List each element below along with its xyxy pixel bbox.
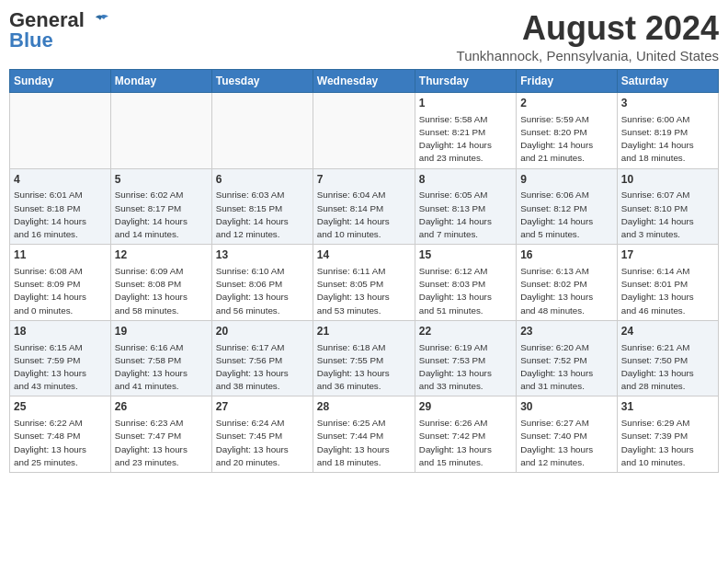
day-number: 14 <box>317 247 411 263</box>
calendar-cell: 7Sunrise: 6:04 AM Sunset: 8:14 PM Daylig… <box>313 168 415 245</box>
header-thursday: Thursday <box>415 70 516 93</box>
calendar-cell: 31Sunrise: 6:29 AM Sunset: 7:39 PM Dayli… <box>617 396 718 473</box>
calendar-cell: 29Sunrise: 6:26 AM Sunset: 7:42 PM Dayli… <box>415 396 516 473</box>
calendar-week-3: 11Sunrise: 6:08 AM Sunset: 8:09 PM Dayli… <box>10 245 719 321</box>
calendar-cell: 15Sunrise: 6:12 AM Sunset: 8:03 PM Dayli… <box>415 245 516 321</box>
calendar-cell <box>313 93 415 169</box>
day-info: Sunrise: 6:14 AM Sunset: 8:01 PM Dayligh… <box>621 265 714 317</box>
calendar-week-1: 1Sunrise: 5:58 AM Sunset: 8:21 PM Daylig… <box>10 93 719 169</box>
calendar-cell: 19Sunrise: 6:16 AM Sunset: 7:58 PM Dayli… <box>110 320 211 396</box>
day-info: Sunrise: 6:29 AM Sunset: 7:39 PM Dayligh… <box>621 417 714 469</box>
day-number: 4 <box>14 172 107 188</box>
calendar-cell: 14Sunrise: 6:11 AM Sunset: 8:05 PM Dayli… <box>313 245 415 321</box>
day-number: 16 <box>520 247 613 263</box>
calendar-cell: 17Sunrise: 6:14 AM Sunset: 8:01 PM Dayli… <box>617 245 718 321</box>
day-number: 6 <box>216 172 309 188</box>
day-info: Sunrise: 6:02 AM Sunset: 8:17 PM Dayligh… <box>115 189 208 241</box>
header-friday: Friday <box>517 70 618 93</box>
calendar-cell: 20Sunrise: 6:17 AM Sunset: 7:56 PM Dayli… <box>211 320 313 396</box>
calendar-cell: 24Sunrise: 6:21 AM Sunset: 7:50 PM Dayli… <box>617 320 718 396</box>
day-number: 9 <box>520 172 613 188</box>
day-info: Sunrise: 6:21 AM Sunset: 7:50 PM Dayligh… <box>621 341 714 394</box>
day-number: 21 <box>317 324 411 339</box>
calendar-cell: 25Sunrise: 6:22 AM Sunset: 7:48 PM Dayli… <box>10 396 111 473</box>
header-tuesday: Tuesday <box>211 70 313 93</box>
header-saturday: Saturday <box>617 70 718 93</box>
day-info: Sunrise: 6:05 AM Sunset: 8:13 PM Dayligh… <box>419 189 512 241</box>
day-number: 5 <box>115 172 208 188</box>
calendar-cell: 28Sunrise: 6:25 AM Sunset: 7:44 PM Dayli… <box>313 396 415 473</box>
day-number: 17 <box>621 247 714 263</box>
day-number: 19 <box>115 324 208 339</box>
day-number: 29 <box>419 399 512 415</box>
calendar-cell: 9Sunrise: 6:06 AM Sunset: 8:12 PM Daylig… <box>517 168 618 245</box>
day-number: 2 <box>520 96 613 111</box>
day-number: 26 <box>115 399 208 415</box>
calendar-cell: 30Sunrise: 6:27 AM Sunset: 7:40 PM Dayli… <box>517 396 618 473</box>
logo-blue: Blue <box>9 29 53 52</box>
day-info: Sunrise: 6:19 AM Sunset: 7:53 PM Dayligh… <box>419 341 512 394</box>
calendar-cell: 27Sunrise: 6:24 AM Sunset: 7:45 PM Dayli… <box>211 396 313 473</box>
day-info: Sunrise: 6:10 AM Sunset: 8:06 PM Dayligh… <box>216 265 309 317</box>
day-info: Sunrise: 6:25 AM Sunset: 7:44 PM Dayligh… <box>317 417 411 469</box>
calendar-cell: 6Sunrise: 6:03 AM Sunset: 8:15 PM Daylig… <box>211 168 313 245</box>
calendar-cell: 5Sunrise: 6:02 AM Sunset: 8:17 PM Daylig… <box>110 168 211 245</box>
day-info: Sunrise: 6:07 AM Sunset: 8:10 PM Dayligh… <box>621 189 714 241</box>
day-number: 25 <box>14 399 107 415</box>
calendar-cell: 22Sunrise: 6:19 AM Sunset: 7:53 PM Dayli… <box>415 320 516 396</box>
day-number: 24 <box>621 324 714 339</box>
day-info: Sunrise: 6:00 AM Sunset: 8:19 PM Dayligh… <box>621 113 714 166</box>
logo-bird-icon <box>92 14 110 29</box>
day-info: Sunrise: 6:20 AM Sunset: 7:52 PM Dayligh… <box>520 341 613 394</box>
calendar-header-row: SundayMondayTuesdayWednesdayThursdayFrid… <box>10 70 719 93</box>
header-sunday: Sunday <box>10 70 111 93</box>
day-number: 20 <box>216 324 309 339</box>
day-info: Sunrise: 6:13 AM Sunset: 8:02 PM Dayligh… <box>520 265 613 317</box>
day-info: Sunrise: 6:04 AM Sunset: 8:14 PM Dayligh… <box>317 189 411 241</box>
calendar-cell <box>10 93 111 169</box>
calendar-cell: 2Sunrise: 5:59 AM Sunset: 8:20 PM Daylig… <box>517 93 618 169</box>
day-info: Sunrise: 6:17 AM Sunset: 7:56 PM Dayligh… <box>216 341 309 394</box>
day-info: Sunrise: 6:09 AM Sunset: 8:08 PM Dayligh… <box>115 265 208 317</box>
title-block: August 2024 Tunkhannock, Pennsylvania, U… <box>457 9 719 63</box>
day-number: 28 <box>317 399 411 415</box>
day-number: 11 <box>14 247 107 263</box>
day-info: Sunrise: 6:12 AM Sunset: 8:03 PM Dayligh… <box>419 265 512 317</box>
day-number: 22 <box>419 324 512 339</box>
day-number: 31 <box>621 399 714 415</box>
day-number: 18 <box>14 324 107 339</box>
calendar-cell <box>211 93 313 169</box>
day-number: 1 <box>419 96 512 111</box>
day-number: 13 <box>216 247 309 263</box>
calendar-cell: 13Sunrise: 6:10 AM Sunset: 8:06 PM Dayli… <box>211 245 313 321</box>
day-number: 30 <box>520 399 613 415</box>
day-info: Sunrise: 6:27 AM Sunset: 7:40 PM Dayligh… <box>520 417 613 469</box>
day-number: 3 <box>621 96 714 111</box>
calendar-cell: 16Sunrise: 6:13 AM Sunset: 8:02 PM Dayli… <box>517 245 618 321</box>
day-info: Sunrise: 6:15 AM Sunset: 7:59 PM Dayligh… <box>14 341 107 394</box>
logo: General Blue <box>9 9 110 52</box>
calendar-cell: 8Sunrise: 6:05 AM Sunset: 8:13 PM Daylig… <box>415 168 516 245</box>
calendar-cell: 4Sunrise: 6:01 AM Sunset: 8:18 PM Daylig… <box>10 168 111 245</box>
day-info: Sunrise: 6:01 AM Sunset: 8:18 PM Dayligh… <box>14 189 107 241</box>
day-number: 23 <box>520 324 613 339</box>
calendar-cell: 11Sunrise: 6:08 AM Sunset: 8:09 PM Dayli… <box>10 245 111 321</box>
calendar-cell <box>110 93 211 169</box>
calendar-cell: 18Sunrise: 6:15 AM Sunset: 7:59 PM Dayli… <box>10 320 111 396</box>
header-wednesday: Wednesday <box>313 70 415 93</box>
day-info: Sunrise: 5:59 AM Sunset: 8:20 PM Dayligh… <box>520 113 613 166</box>
day-info: Sunrise: 6:24 AM Sunset: 7:45 PM Dayligh… <box>216 417 309 469</box>
calendar-cell: 21Sunrise: 6:18 AM Sunset: 7:55 PM Dayli… <box>313 320 415 396</box>
day-number: 12 <box>115 247 208 263</box>
calendar-cell: 1Sunrise: 5:58 AM Sunset: 8:21 PM Daylig… <box>415 93 516 169</box>
day-info: Sunrise: 6:06 AM Sunset: 8:12 PM Dayligh… <box>520 189 613 241</box>
calendar-cell: 12Sunrise: 6:09 AM Sunset: 8:08 PM Dayli… <box>110 245 211 321</box>
calendar-cell: 3Sunrise: 6:00 AM Sunset: 8:19 PM Daylig… <box>617 93 718 169</box>
calendar-cell: 26Sunrise: 6:23 AM Sunset: 7:47 PM Dayli… <box>110 396 211 473</box>
header-monday: Monday <box>110 70 211 93</box>
calendar-week-4: 18Sunrise: 6:15 AM Sunset: 7:59 PM Dayli… <box>10 320 719 396</box>
calendar-table: SundayMondayTuesdayWednesdayThursdayFrid… <box>9 69 719 473</box>
day-info: Sunrise: 6:23 AM Sunset: 7:47 PM Dayligh… <box>115 417 208 469</box>
day-info: Sunrise: 6:26 AM Sunset: 7:42 PM Dayligh… <box>419 417 512 469</box>
day-info: Sunrise: 6:11 AM Sunset: 8:05 PM Dayligh… <box>317 265 411 317</box>
